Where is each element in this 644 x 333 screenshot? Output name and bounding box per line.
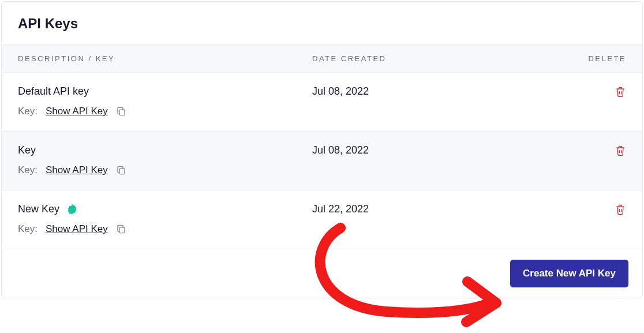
api-key-name: Default API key bbox=[18, 85, 89, 98]
svg-rect-2 bbox=[119, 227, 125, 233]
delete-icon[interactable] bbox=[615, 85, 626, 98]
api-keys-list: Default API key Key: Show API Key Jul 08… bbox=[2, 73, 642, 249]
show-api-key-link[interactable]: Show API Key bbox=[46, 164, 108, 176]
api-key-date: Jul 08, 2022 bbox=[312, 144, 369, 156]
api-key-date: Jul 08, 2022 bbox=[312, 85, 369, 97]
svg-rect-1 bbox=[119, 169, 125, 174]
create-new-api-key-button[interactable]: Create New API Key bbox=[510, 260, 628, 287]
show-api-key-link[interactable]: Show API Key bbox=[46, 223, 108, 235]
api-keys-card: API Keys DESCRIPTION / KEY DATE CREATED … bbox=[1, 1, 643, 298]
show-api-key-link[interactable]: Show API Key bbox=[46, 106, 108, 117]
page-title: API Keys bbox=[18, 16, 626, 32]
api-key-row: New Key Key: Show API Key Jul 22, 2022 bbox=[2, 190, 642, 249]
table-header: DESCRIPTION / KEY DATE CREATED DELETE bbox=[2, 45, 642, 73]
api-key-date: Jul 22, 2022 bbox=[312, 203, 369, 215]
card-header: API Keys bbox=[2, 2, 642, 45]
copy-icon[interactable] bbox=[116, 165, 126, 175]
api-key-row: Default API key Key: Show API Key Jul 08… bbox=[2, 73, 642, 132]
api-key-row: Key Key: Show API Key Jul 08, 2022 bbox=[2, 132, 642, 190]
new-badge-icon bbox=[66, 204, 78, 215]
copy-icon[interactable] bbox=[116, 224, 126, 234]
api-key-name: Key bbox=[18, 144, 36, 156]
col-header-date: DATE CREATED bbox=[312, 54, 557, 63]
col-header-description: DESCRIPTION / KEY bbox=[18, 54, 312, 63]
delete-icon[interactable] bbox=[615, 203, 626, 216]
delete-icon[interactable] bbox=[615, 144, 626, 157]
key-prefix-label: Key: bbox=[18, 106, 38, 117]
col-header-delete: DELETE bbox=[557, 54, 626, 63]
copy-icon[interactable] bbox=[116, 106, 126, 117]
key-prefix-label: Key: bbox=[18, 164, 38, 176]
svg-rect-0 bbox=[119, 110, 125, 115]
api-key-name: New Key bbox=[18, 203, 59, 215]
card-footer: Create New API Key bbox=[2, 249, 642, 298]
key-prefix-label: Key: bbox=[18, 223, 38, 235]
